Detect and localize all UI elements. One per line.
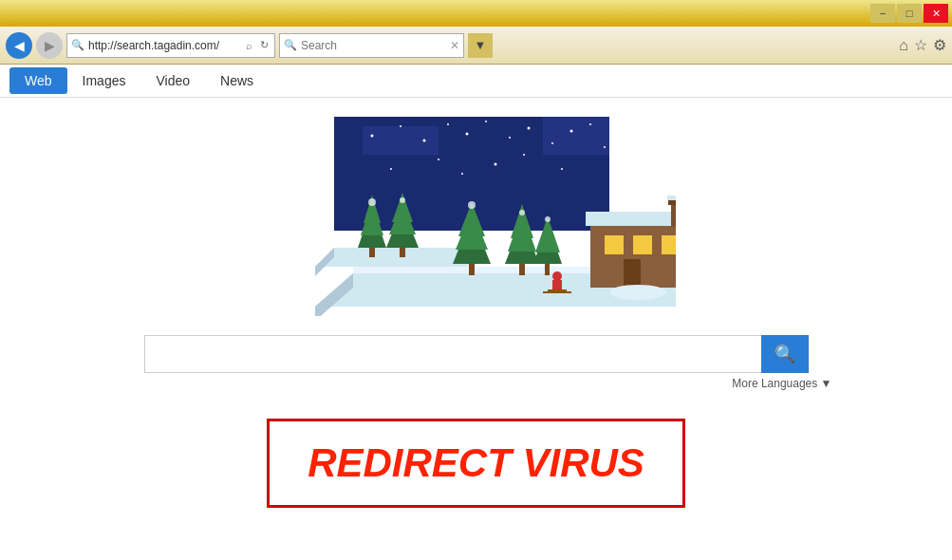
- search-go-icon: ▼: [475, 38, 487, 52]
- search-icon-small: 🔍: [284, 39, 297, 51]
- svg-rect-45: [545, 264, 550, 275]
- svg-rect-30: [369, 248, 375, 257]
- tab-video[interactable]: Video: [140, 67, 205, 94]
- toolbar-right: ⌂ ☆ ⚙: [899, 36, 946, 54]
- svg-rect-54: [667, 196, 676, 200]
- svg-point-67: [519, 210, 525, 215]
- maximize-button[interactable]: □: [897, 4, 922, 23]
- svg-point-56: [552, 271, 562, 281]
- svg-point-68: [545, 216, 551, 222]
- star-icon: ☆: [914, 37, 927, 53]
- svg-point-12: [569, 130, 572, 133]
- svg-rect-50: [662, 235, 676, 254]
- title-bar-buttons: − □ ✕: [870, 4, 948, 23]
- svg-point-15: [390, 168, 392, 170]
- svg-point-8: [485, 121, 487, 122]
- browser-toolbar: ◀ ▶ 🔍 ⌕ ↻ 🔍 ✕ ▼ ⌂ ☆ ⚙: [0, 27, 952, 65]
- svg-point-20: [561, 168, 563, 170]
- svg-rect-48: [605, 235, 624, 254]
- search-clear-button[interactable]: ✕: [450, 39, 459, 52]
- svg-rect-51: [624, 259, 641, 288]
- more-languages[interactable]: More Languages ▼: [121, 377, 832, 390]
- search-bar-container: 🔍 ✕: [279, 33, 464, 58]
- address-search-icon: 🔍: [71, 39, 84, 51]
- settings-button[interactable]: ⚙: [933, 36, 946, 54]
- main-search-area: 🔍: [144, 335, 809, 373]
- svg-point-11: [551, 142, 553, 144]
- main-search-button[interactable]: 🔍: [761, 335, 809, 373]
- address-search-btn[interactable]: ⌕: [244, 40, 254, 51]
- svg-point-9: [509, 137, 511, 139]
- svg-point-65: [400, 197, 405, 203]
- hero-image: [277, 117, 676, 316]
- winter-scene-svg: [277, 117, 676, 316]
- search-icon: 🔍: [775, 344, 795, 364]
- redirect-virus-text: REDIRECT VIRUS: [308, 440, 644, 485]
- svg-point-7: [465, 133, 468, 136]
- svg-point-6: [447, 123, 449, 125]
- svg-rect-34: [400, 248, 405, 257]
- svg-point-14: [604, 146, 606, 148]
- svg-point-64: [368, 198, 376, 206]
- svg-rect-58: [548, 289, 567, 293]
- svg-rect-2: [543, 117, 609, 155]
- home-button[interactable]: ⌂: [899, 37, 908, 54]
- close-button[interactable]: ✕: [924, 4, 948, 23]
- svg-rect-42: [519, 264, 525, 275]
- back-icon: ◀: [14, 38, 25, 53]
- svg-point-3: [370, 135, 373, 138]
- redirect-virus-banner: REDIRECT VIRUS: [267, 419, 685, 508]
- svg-point-4: [400, 125, 401, 127]
- svg-point-19: [523, 154, 525, 156]
- svg-point-13: [589, 123, 591, 125]
- tab-web[interactable]: Web: [9, 67, 67, 94]
- gear-icon: ⚙: [933, 37, 946, 53]
- forward-button[interactable]: ▶: [36, 32, 63, 59]
- search-go-button[interactable]: ▼: [468, 33, 493, 58]
- forward-icon: ▶: [45, 38, 55, 53]
- nav-tabs: Web Images Video News: [0, 65, 952, 98]
- svg-point-66: [468, 201, 476, 209]
- svg-point-5: [422, 140, 425, 142]
- svg-rect-38: [469, 264, 475, 275]
- svg-point-55: [609, 285, 666, 300]
- svg-point-18: [494, 163, 496, 166]
- tab-news[interactable]: News: [205, 67, 269, 94]
- svg-point-17: [461, 173, 463, 175]
- home-icon: ⌂: [899, 37, 908, 53]
- back-button[interactable]: ◀: [6, 32, 32, 59]
- svg-rect-60: [567, 291, 571, 293]
- favorites-button[interactable]: ☆: [914, 36, 927, 54]
- svg-point-10: [527, 127, 530, 130]
- svg-rect-1: [363, 126, 439, 155]
- search-input[interactable]: [301, 39, 446, 52]
- svg-rect-47: [586, 212, 676, 226]
- tab-images[interactable]: Images: [67, 67, 141, 94]
- main-content: 🔍 More Languages ▼ REDIRECT VIRUS: [0, 98, 952, 560]
- address-input[interactable]: [88, 39, 240, 52]
- svg-point-16: [438, 159, 439, 160]
- minimize-button[interactable]: −: [870, 4, 895, 23]
- address-bar-container: 🔍 ⌕ ↻: [66, 33, 275, 58]
- main-search-input[interactable]: [144, 335, 761, 373]
- refresh-button[interactable]: ↻: [258, 39, 271, 51]
- svg-rect-59: [543, 291, 548, 293]
- svg-rect-49: [633, 235, 652, 254]
- title-bar: − □ ✕: [0, 0, 952, 27]
